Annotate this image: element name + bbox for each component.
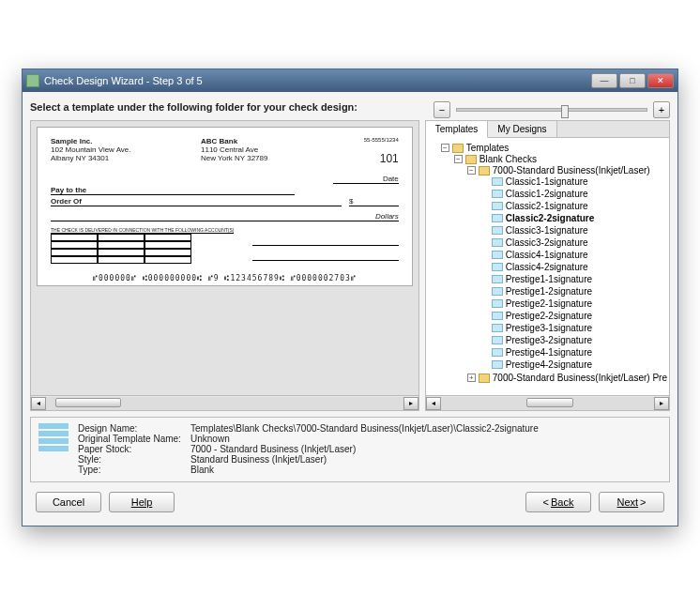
tree-template-item[interactable]: Prestige3-1signature — [480, 323, 667, 333]
tree-folder2[interactable]: 7000-Standard Business(Inkjet/Laser) Pre — [493, 373, 667, 383]
check-number: 101 — [332, 152, 399, 165]
scroll-thumb[interactable] — [55, 398, 121, 407]
template-icon — [492, 348, 503, 357]
bank-addr1: 1110 Central Ave — [201, 145, 332, 154]
template-icon — [492, 275, 503, 283]
tree-item-label: Prestige1-2signature — [506, 286, 592, 297]
tree-pane: Templates My Designs −Templates −Blank C… — [425, 120, 670, 411]
close-button[interactable]: ✕ — [647, 73, 674, 88]
tree-template-item[interactable]: Prestige3-2signature — [480, 335, 667, 345]
tree-template-item[interactable]: Prestige2-2signature — [480, 311, 667, 321]
scroll-right-icon[interactable]: ▸ — [654, 397, 669, 410]
tree-item-label: Prestige4-2signature — [506, 359, 592, 370]
signature-line-1 — [252, 236, 398, 246]
tree-template-item[interactable]: Classic1-2signature — [480, 189, 667, 199]
bank-name: ABC Bank — [201, 137, 332, 145]
label-orig-template: Original Template Name: — [78, 434, 190, 444]
template-icon — [492, 226, 503, 235]
tab-templates[interactable]: Templates — [426, 121, 489, 138]
tree-item-label: Classic3-2signature — [506, 237, 588, 248]
tree-template-item[interactable]: Classic3-1signature — [480, 225, 667, 236]
template-icon — [492, 299, 503, 308]
tree-item-label: Classic4-2signature — [506, 262, 588, 272]
minimize-button[interactable]: — — [591, 73, 617, 88]
amount-prefix: $ — [349, 197, 353, 206]
preview-pane: Sample Inc. 102 Mountain View Ave. Alban… — [30, 120, 419, 411]
label-style: Style: — [78, 454, 190, 465]
tab-mydesigns[interactable]: My Designs — [488, 121, 556, 137]
scroll-left-icon[interactable]: ◂ — [426, 397, 441, 410]
memo-header: THE CHECK IS DELIVERED IN CONNECTION WIT… — [51, 227, 234, 234]
tree-hscroll[interactable]: ◂ ▸ — [426, 395, 669, 410]
next-button[interactable]: Next > — [599, 492, 664, 512]
expand-icon[interactable]: − — [467, 166, 476, 175]
zoom-in-button[interactable]: + — [653, 101, 670, 118]
expand-icon[interactable]: + — [467, 374, 476, 382]
tree-template-item[interactable]: Classic4-1signature — [480, 250, 667, 260]
tree-folder1[interactable]: 7000-Standard Business(Inkjet/Laser) — [493, 165, 650, 175]
tree-template-item[interactable]: Prestige1-1signature — [480, 274, 667, 284]
tree-template-item[interactable]: Prestige4-2signature — [480, 359, 667, 370]
routing-hint: 55-5555/1234 — [332, 137, 399, 143]
sender-name: Sample Inc. — [51, 137, 201, 145]
wizard-window: Check Design Wizard - Step 3 of 5 — □ ✕ … — [22, 69, 678, 526]
template-icon — [492, 324, 503, 332]
back-button[interactable]: < Back — [525, 492, 591, 512]
tree-root[interactable]: Templates — [466, 143, 510, 153]
preview-hscroll[interactable]: ◂ ▸ — [31, 395, 418, 410]
tree-template-item[interactable]: Classic4-2signature — [480, 262, 667, 272]
value-type: Blank — [190, 465, 214, 475]
info-thumbnail-icon — [38, 423, 68, 476]
signature-line-2 — [252, 252, 398, 261]
tree-template-item[interactable]: Classic2-2signature — [480, 213, 667, 223]
scroll-left-icon[interactable]: ◂ — [31, 397, 46, 410]
tree-template-item[interactable]: Prestige4-1signature — [480, 347, 667, 358]
expand-icon[interactable]: − — [454, 155, 463, 163]
template-icon — [492, 336, 503, 344]
template-icon — [492, 312, 503, 320]
zoom-out-button[interactable]: − — [434, 101, 450, 118]
tree-template-item[interactable]: Classic1-1signature — [480, 176, 667, 187]
tree-item-label: Prestige2-2signature — [506, 311, 592, 321]
template-tree[interactable]: −Templates −Blank Checks −7000-Standard … — [426, 138, 669, 395]
micr-line: ⑈000000⑈ ⑆000000000⑆ ⑈9 ⑆123456789⑆ ⑈000… — [51, 274, 399, 282]
order-label: Order Of — [51, 197, 82, 206]
value-design-name: Templates\Blank Checks\7000-Standard Bus… — [190, 423, 539, 434]
maximize-button[interactable]: □ — [619, 73, 646, 88]
tree-template-item[interactable]: Prestige1-2signature — [480, 286, 667, 297]
template-icon — [492, 360, 503, 369]
value-style: Standard Business (Inkjet/Laser) — [190, 454, 327, 465]
dollars-label: Dollars — [51, 212, 399, 221]
scroll-thumb[interactable] — [526, 398, 573, 407]
memo-grid — [51, 234, 234, 264]
template-icon — [492, 263, 503, 271]
expand-icon[interactable]: − — [441, 144, 449, 152]
app-icon — [26, 74, 39, 87]
template-icon — [492, 251, 503, 259]
zoom-slider[interactable] — [456, 108, 647, 112]
template-icon — [492, 214, 503, 222]
tree-template-item[interactable]: Classic2-1signature — [480, 201, 667, 211]
bank-addr2: New York NY 32789 — [201, 154, 332, 162]
help-button[interactable]: Help — [109, 492, 175, 512]
value-orig-template: Unknown — [190, 434, 230, 444]
tree-item-label: Classic3-1signature — [506, 225, 588, 236]
tree-item-label: Classic2-2signature — [506, 213, 595, 223]
value-paper-stock: 7000 - Standard Business (Inkjet/Laser) — [190, 444, 356, 454]
tree-template-item[interactable]: Classic3-2signature — [480, 237, 667, 248]
tree-blank[interactable]: Blank Checks — [479, 154, 537, 164]
tree-item-label: Prestige1-1signature — [506, 274, 592, 284]
folder-icon — [452, 144, 464, 153]
tree-item-label: Prestige3-1signature — [506, 323, 592, 333]
cancel-button[interactable]: Cancel — [36, 492, 101, 512]
instruction-text: Select a template under the following fo… — [30, 99, 434, 120]
tree-template-item[interactable]: Prestige2-1signature — [480, 298, 667, 309]
titlebar: Check Design Wizard - Step 3 of 5 — □ ✕ — [23, 69, 677, 92]
tree-item-label: Prestige3-2signature — [506, 335, 592, 345]
sender-addr2: Albany NY 34301 — [51, 154, 201, 162]
tree-item-label: Classic4-1signature — [506, 250, 588, 260]
scroll-right-icon[interactable]: ▸ — [403, 397, 418, 410]
sender-addr1: 102 Mountain View Ave. — [51, 145, 201, 154]
template-icon — [492, 287, 503, 296]
date-label: Date — [383, 175, 399, 183]
